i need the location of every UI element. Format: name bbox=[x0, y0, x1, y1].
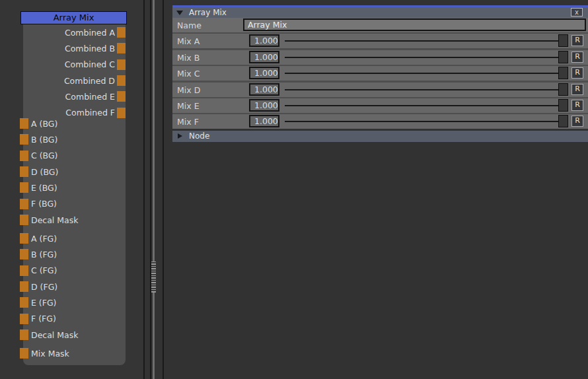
reset-button[interactable]: R bbox=[571, 67, 583, 79]
slider-track[interactable] bbox=[285, 105, 568, 106]
slider-value-field[interactable]: 1.000 bbox=[249, 83, 279, 96]
output-port-icon[interactable] bbox=[117, 91, 126, 102]
port-label: Decal Mask bbox=[31, 330, 79, 340]
port-label: Combined A bbox=[65, 28, 115, 38]
slider-track[interactable] bbox=[285, 40, 568, 42]
port-label: E (BG) bbox=[31, 183, 57, 193]
chevron-down-icon[interactable] bbox=[176, 11, 183, 15]
port-label: F (BG) bbox=[31, 199, 57, 209]
splitter-grip-icon[interactable] bbox=[151, 261, 156, 293]
input-port-icon[interactable] bbox=[20, 134, 28, 145]
name-field-label: Name bbox=[177, 20, 202, 30]
port-label: E (FG) bbox=[31, 298, 57, 308]
input-port-icon[interactable] bbox=[20, 329, 28, 340]
slider-track[interactable] bbox=[285, 57, 568, 58]
input-port-icon[interactable] bbox=[20, 182, 28, 193]
slider-handle[interactable] bbox=[558, 115, 568, 127]
reset-button[interactable]: R bbox=[571, 84, 583, 95]
slider-handle[interactable] bbox=[558, 83, 568, 96]
input-port-icon[interactable] bbox=[20, 249, 28, 259]
port-label: Mix Mask bbox=[31, 349, 69, 359]
input-port-row: Decal Mask bbox=[20, 212, 126, 228]
port-label: D (BG) bbox=[31, 167, 58, 177]
slider-track[interactable] bbox=[285, 89, 568, 90]
slider-handle[interactable] bbox=[558, 67, 568, 79]
node-section-header[interactable]: Node bbox=[172, 131, 588, 142]
input-port-icon[interactable] bbox=[20, 297, 28, 308]
slider-parameter-row: Mix D 1.000 R bbox=[172, 83, 588, 97]
slider-parameter-row: Mix C 1.000 R bbox=[172, 66, 588, 81]
input-port-icon[interactable] bbox=[20, 314, 28, 324]
slider-handle[interactable] bbox=[558, 99, 568, 112]
port-label: Decal Mask bbox=[31, 215, 79, 225]
slider-label: Mix E bbox=[177, 100, 200, 110]
pane-border-line bbox=[163, 0, 164, 379]
input-port-icon[interactable] bbox=[20, 151, 28, 161]
chevron-right-icon[interactable] bbox=[178, 133, 182, 139]
reset-button[interactable]: R bbox=[571, 100, 583, 111]
input-port-icon[interactable] bbox=[20, 118, 28, 129]
input-port-icon[interactable] bbox=[20, 281, 28, 292]
input-port-icon[interactable] bbox=[20, 348, 28, 359]
input-port-row: E (BG) bbox=[20, 180, 126, 195]
slider-track[interactable] bbox=[285, 73, 568, 74]
input-port-icon[interactable] bbox=[20, 166, 28, 177]
node-input-ports-mask: Mix Mask bbox=[20, 345, 126, 361]
port-label: B (FG) bbox=[31, 250, 57, 259]
output-port-icon[interactable] bbox=[117, 27, 126, 38]
input-port-row: F (BG) bbox=[20, 196, 126, 212]
node-title: Array Mix bbox=[54, 13, 94, 22]
close-button[interactable]: x bbox=[571, 8, 583, 17]
slider-parameter-row: Mix E 1.000 R bbox=[172, 98, 588, 113]
slider-parameter-row: Mix F 1.000 R bbox=[172, 114, 588, 129]
input-port-icon[interactable] bbox=[20, 265, 28, 276]
node-header[interactable]: Array Mix bbox=[20, 11, 127, 24]
slider-rows: Mix A 1.000 R Mix B 1.000 R Mix C 1. bbox=[172, 34, 588, 129]
slider-label: Mix C bbox=[177, 69, 200, 79]
input-port-icon[interactable] bbox=[20, 215, 28, 225]
name-input[interactable] bbox=[243, 18, 586, 31]
slider-value-field[interactable]: 1.000 bbox=[249, 115, 279, 127]
slider-handle[interactable] bbox=[558, 51, 568, 63]
output-port-row: Combined D bbox=[23, 73, 126, 88]
output-port-row: Combined C bbox=[23, 57, 126, 73]
port-label: C (FG) bbox=[31, 265, 57, 275]
output-port-icon[interactable] bbox=[117, 59, 126, 70]
reset-button[interactable]: R bbox=[571, 52, 583, 63]
port-label: B (BG) bbox=[31, 135, 57, 145]
node-input-ports-bg: A (BG) B (BG) C (BG) D (BG) E (BG) bbox=[20, 116, 126, 228]
input-port-row: B (BG) bbox=[20, 131, 126, 147]
parameters-panel: Array Mix x Name Mix A 1.000 R Mix B 1.0… bbox=[172, 5, 588, 142]
pane-splitter[interactable] bbox=[153, 0, 155, 379]
parameter-rows: Name Mix A 1.000 R Mix B 1.000 R bbox=[172, 18, 588, 129]
pane-border-line bbox=[150, 0, 151, 379]
input-port-row: F (FG) bbox=[20, 311, 126, 327]
input-port-row: Decal Mask bbox=[20, 327, 126, 343]
input-port-icon[interactable] bbox=[20, 199, 28, 209]
slider-value-field[interactable]: 1.000 bbox=[249, 34, 279, 47]
slider-value-field[interactable]: 1.000 bbox=[249, 99, 279, 112]
reset-button[interactable]: R bbox=[571, 35, 583, 46]
node-output-ports: Combined A Combined B Combined C Combine… bbox=[23, 24, 126, 121]
slider-label: Mix A bbox=[177, 36, 200, 46]
slider-value-field[interactable]: 1.000 bbox=[249, 51, 279, 63]
parameters-panel-header[interactable]: Array Mix x bbox=[172, 7, 588, 18]
slider-value-field[interactable]: 1.000 bbox=[249, 67, 279, 79]
reset-button[interactable]: R bbox=[571, 116, 583, 127]
node-graph-pane[interactable]: Array Mix Combined A Combined B Combined… bbox=[0, 0, 143, 379]
port-label: D (FG) bbox=[31, 282, 57, 292]
input-port-row: C (BG) bbox=[20, 148, 126, 164]
output-port-row: Combined B bbox=[23, 40, 126, 56]
port-label: Combined E bbox=[65, 92, 115, 102]
name-parameter-row: Name bbox=[172, 18, 588, 32]
slider-track[interactable] bbox=[285, 121, 568, 122]
input-port-icon[interactable] bbox=[20, 233, 28, 244]
output-port-icon[interactable] bbox=[117, 43, 126, 53]
port-label: A (BG) bbox=[31, 119, 57, 129]
input-port-row: D (BG) bbox=[20, 164, 126, 180]
slider-label: Mix D bbox=[177, 85, 200, 94]
slider-handle[interactable] bbox=[558, 34, 568, 47]
slider-parameter-row: Mix B 1.000 R bbox=[172, 50, 588, 65]
output-port-icon[interactable] bbox=[117, 75, 126, 86]
port-label: A (FG) bbox=[31, 234, 57, 244]
